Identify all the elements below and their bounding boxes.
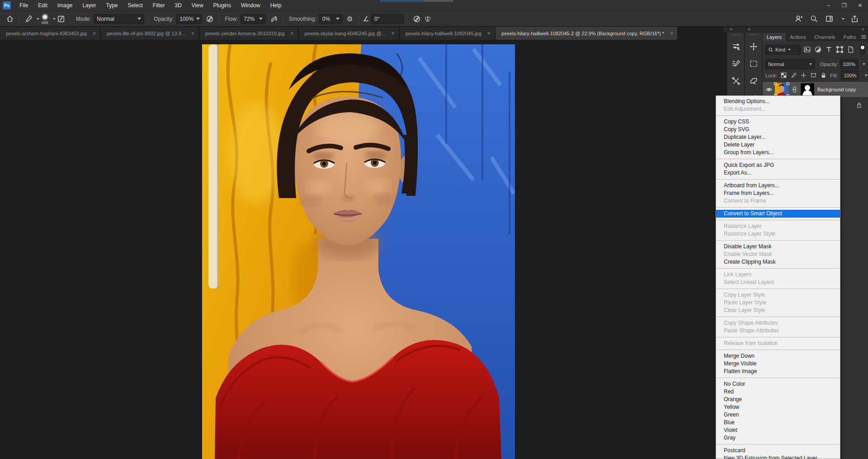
context-menu-item[interactable]: Copy SVG xyxy=(716,126,840,133)
home-icon[interactable] xyxy=(5,14,15,24)
context-menu-item[interactable]: Rasterize Layer Style xyxy=(716,230,840,238)
mask-link-icon[interactable] xyxy=(790,85,799,94)
dock-grip[interactable] xyxy=(749,34,759,35)
rectangular-marquee-tool-icon[interactable] xyxy=(747,57,760,71)
menu-item[interactable]: Plugins xyxy=(208,0,236,11)
context-menu-item[interactable]: Rasterize Layer xyxy=(716,222,840,230)
context-menu-item[interactable] xyxy=(716,350,840,350)
context-menu-item[interactable]: Clear Layer Style xyxy=(716,307,840,314)
layer-row-background-copy[interactable]: Background copy xyxy=(763,82,868,97)
pressure-opacity-icon[interactable] xyxy=(204,14,215,24)
context-menu-item[interactable]: Red xyxy=(716,388,840,396)
context-menu-item[interactable] xyxy=(716,289,840,289)
context-menu-item[interactable] xyxy=(716,268,840,269)
menu-item[interactable]: Type xyxy=(101,0,123,11)
symmetry-butterfly-icon[interactable] xyxy=(422,14,433,24)
context-menu-item[interactable]: Postcard xyxy=(716,447,840,454)
close-button[interactable]: ✕ xyxy=(852,0,868,10)
menu-item[interactable]: File xyxy=(14,0,33,11)
menu-item[interactable]: Edit xyxy=(33,0,52,11)
context-menu-item[interactable]: Blue xyxy=(716,419,840,426)
lock-transparency-icon[interactable] xyxy=(780,71,787,80)
context-menu-item[interactable]: Export As... xyxy=(716,169,840,177)
brush-angle-input[interactable]: 0° xyxy=(371,14,404,24)
layer-blend-mode-select[interactable]: Normal xyxy=(765,59,815,69)
context-menu-item[interactable]: Release from Isolation xyxy=(716,340,840,347)
document-tab[interactable]: pexels-arsham-haghani-4383453.jpg × xyxy=(0,27,100,40)
filter-smart-objects-icon[interactable] xyxy=(846,45,855,54)
menu-item[interactable]: Help xyxy=(265,0,287,11)
minimize-button[interactable]: – xyxy=(821,0,836,10)
context-menu-item[interactable]: Edit Adjustment... xyxy=(716,105,840,113)
expand-panels-icon[interactable]: » xyxy=(862,26,864,32)
brush-settings-panel-toggle-icon[interactable] xyxy=(56,14,66,24)
filter-pixel-layers-icon[interactable] xyxy=(803,45,811,54)
collapse-panels-icon[interactable]: « xyxy=(748,26,750,32)
context-menu-item[interactable]: Gray xyxy=(716,434,840,442)
share-icon[interactable] xyxy=(849,14,860,24)
account-icon[interactable] xyxy=(793,14,804,24)
panel-tab[interactable]: Layers xyxy=(763,33,786,41)
context-menu-item[interactable]: Green xyxy=(716,411,840,419)
search-icon[interactable] xyxy=(808,14,819,24)
context-menu-item[interactable] xyxy=(716,337,840,337)
context-menu-item[interactable]: No Color xyxy=(716,380,840,388)
context-menu-item[interactable] xyxy=(716,378,840,378)
context-menu-item[interactable]: Flatten Image xyxy=(716,368,840,375)
dock-grip[interactable] xyxy=(731,34,741,35)
document-tab[interactable]: pexels-hilary-halliwell-1082045-2 @ 22.9… xyxy=(495,27,677,40)
context-menu-item[interactable] xyxy=(716,159,840,159)
context-menu-item[interactable] xyxy=(716,220,840,220)
tab-close-icon[interactable]: × xyxy=(291,30,294,37)
context-menu-item[interactable]: Yellow xyxy=(716,403,840,411)
move-tool-icon[interactable] xyxy=(747,40,760,53)
context-menu-item[interactable] xyxy=(716,240,840,241)
panel-tab[interactable]: Actions xyxy=(786,33,810,41)
context-menu-item[interactable]: Duplicate Layer... xyxy=(716,133,840,141)
context-menu-item[interactable]: Blending Options... xyxy=(716,98,840,105)
lasso-tool-icon[interactable] xyxy=(747,74,760,88)
smoothing-options-gear-icon[interactable]: ⚙ xyxy=(344,14,355,24)
layer-filtering-toggle[interactable] xyxy=(860,45,865,55)
tab-close-icon[interactable]: × xyxy=(670,30,673,37)
tools-panel-icon[interactable] xyxy=(729,74,743,88)
restore-button[interactable]: ❐ xyxy=(836,0,852,10)
chevron-down-icon[interactable] xyxy=(863,63,865,65)
tab-close-icon[interactable]: × xyxy=(487,30,491,37)
context-menu-item[interactable]: Orange xyxy=(716,396,840,403)
panel-menu-icon[interactable] xyxy=(860,33,867,41)
context-menu-item[interactable]: Copy Shape Attributes xyxy=(716,319,840,327)
context-menu-item[interactable]: Merge Visible xyxy=(716,360,840,368)
context-menu-item[interactable]: Convert to Frame xyxy=(716,197,840,205)
brush-size-preview[interactable]: 495 xyxy=(39,13,50,24)
menu-item[interactable]: Image xyxy=(52,0,77,11)
blend-mode-select[interactable]: Normal xyxy=(94,14,144,24)
context-menu-item[interactable]: Copy Layer Style xyxy=(716,291,840,299)
document-tab[interactable]: pexels-life-of-pix-8892.jpg @ 13.9... × xyxy=(101,27,198,40)
context-menu-item[interactable]: Convert to Smart Object xyxy=(716,210,840,218)
context-menu-item[interactable]: Delete Layer xyxy=(716,141,840,149)
lock-all-icon[interactable] xyxy=(820,71,827,80)
context-menu-item[interactable]: Frame from Layers... xyxy=(716,189,840,197)
context-menu-item[interactable]: Paste Shape Attributes xyxy=(716,327,840,335)
context-menu-item[interactable] xyxy=(716,115,840,116)
panel-tab[interactable]: Channels xyxy=(810,33,839,41)
document-tab[interactable]: pexels-skylar-kang-6045245.jpg @... × xyxy=(299,27,399,40)
layer-opacity-input[interactable]: 100% xyxy=(840,59,858,69)
brush-settings-icon[interactable] xyxy=(729,40,743,53)
lock-artboard-icon[interactable] xyxy=(810,71,817,80)
airbrush-icon[interactable] xyxy=(269,14,279,24)
context-menu-item[interactable]: Copy CSS xyxy=(716,118,840,126)
context-menu-item[interactable] xyxy=(716,179,840,180)
context-menu-item[interactable]: Create Clipping Mask xyxy=(716,258,840,266)
context-menu-item[interactable]: Link Layers xyxy=(716,271,840,279)
context-menu-item[interactable] xyxy=(716,444,840,445)
tab-close-icon[interactable]: × xyxy=(392,30,395,37)
smoothing-select[interactable]: 0% xyxy=(319,14,343,24)
context-menu-item[interactable]: Violet xyxy=(716,426,840,434)
menu-item[interactable]: Select xyxy=(123,0,147,11)
menu-item[interactable]: Filter xyxy=(148,0,170,11)
menu-item[interactable]: View xyxy=(187,0,208,11)
context-menu-item[interactable] xyxy=(716,207,840,208)
context-menu-item[interactable]: Quick Export as JPG xyxy=(716,161,840,169)
